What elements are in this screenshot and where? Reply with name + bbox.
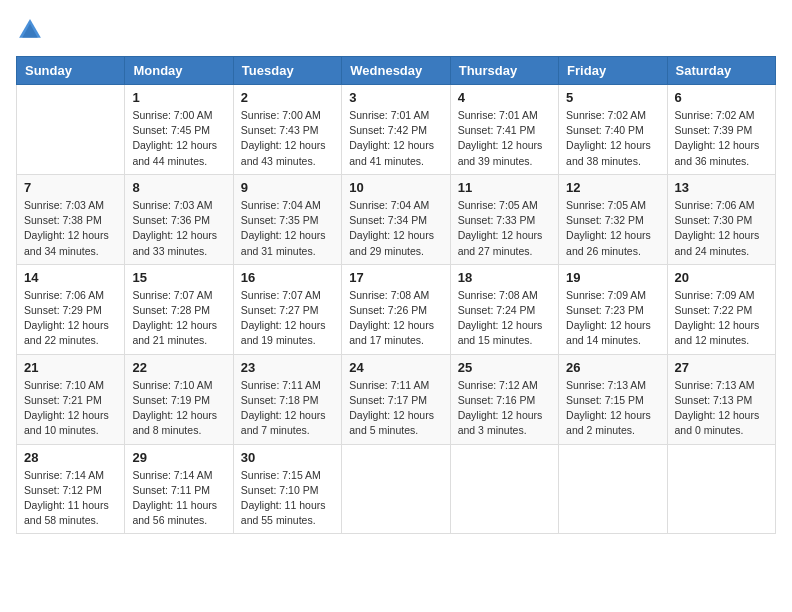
calendar-table: SundayMondayTuesdayWednesdayThursdayFrid… <box>16 56 776 534</box>
day-info: Sunrise: 7:14 AM Sunset: 7:12 PM Dayligh… <box>24 468 117 529</box>
calendar-cell: 2Sunrise: 7:00 AM Sunset: 7:43 PM Daylig… <box>233 85 341 175</box>
day-info: Sunrise: 7:13 AM Sunset: 7:15 PM Dayligh… <box>566 378 659 439</box>
calendar-cell: 24Sunrise: 7:11 AM Sunset: 7:17 PM Dayli… <box>342 354 450 444</box>
day-info: Sunrise: 7:05 AM Sunset: 7:33 PM Dayligh… <box>458 198 551 259</box>
logo-icon <box>16 16 44 44</box>
calendar-cell: 13Sunrise: 7:06 AM Sunset: 7:30 PM Dayli… <box>667 174 775 264</box>
day-info: Sunrise: 7:10 AM Sunset: 7:21 PM Dayligh… <box>24 378 117 439</box>
calendar-cell <box>667 444 775 534</box>
column-header-friday: Friday <box>559 57 667 85</box>
day-number: 21 <box>24 360 117 375</box>
day-number: 1 <box>132 90 225 105</box>
calendar-cell: 6Sunrise: 7:02 AM Sunset: 7:39 PM Daylig… <box>667 85 775 175</box>
calendar-cell: 29Sunrise: 7:14 AM Sunset: 7:11 PM Dayli… <box>125 444 233 534</box>
calendar-cell: 23Sunrise: 7:11 AM Sunset: 7:18 PM Dayli… <box>233 354 341 444</box>
day-info: Sunrise: 7:13 AM Sunset: 7:13 PM Dayligh… <box>675 378 768 439</box>
column-header-wednesday: Wednesday <box>342 57 450 85</box>
calendar-cell: 17Sunrise: 7:08 AM Sunset: 7:26 PM Dayli… <box>342 264 450 354</box>
calendar-cell: 5Sunrise: 7:02 AM Sunset: 7:40 PM Daylig… <box>559 85 667 175</box>
day-number: 8 <box>132 180 225 195</box>
day-number: 19 <box>566 270 659 285</box>
calendar-cell: 18Sunrise: 7:08 AM Sunset: 7:24 PM Dayli… <box>450 264 558 354</box>
calendar-cell: 14Sunrise: 7:06 AM Sunset: 7:29 PM Dayli… <box>17 264 125 354</box>
calendar-cell: 30Sunrise: 7:15 AM Sunset: 7:10 PM Dayli… <box>233 444 341 534</box>
calendar-cell: 15Sunrise: 7:07 AM Sunset: 7:28 PM Dayli… <box>125 264 233 354</box>
day-info: Sunrise: 7:05 AM Sunset: 7:32 PM Dayligh… <box>566 198 659 259</box>
day-number: 30 <box>241 450 334 465</box>
day-number: 27 <box>675 360 768 375</box>
column-header-tuesday: Tuesday <box>233 57 341 85</box>
calendar-cell: 26Sunrise: 7:13 AM Sunset: 7:15 PM Dayli… <box>559 354 667 444</box>
day-number: 7 <box>24 180 117 195</box>
calendar-cell: 9Sunrise: 7:04 AM Sunset: 7:35 PM Daylig… <box>233 174 341 264</box>
day-number: 9 <box>241 180 334 195</box>
day-number: 5 <box>566 90 659 105</box>
page-header <box>16 16 776 44</box>
day-info: Sunrise: 7:08 AM Sunset: 7:26 PM Dayligh… <box>349 288 442 349</box>
day-number: 17 <box>349 270 442 285</box>
day-info: Sunrise: 7:01 AM Sunset: 7:41 PM Dayligh… <box>458 108 551 169</box>
day-info: Sunrise: 7:15 AM Sunset: 7:10 PM Dayligh… <box>241 468 334 529</box>
calendar-cell <box>450 444 558 534</box>
column-header-monday: Monday <box>125 57 233 85</box>
day-number: 20 <box>675 270 768 285</box>
calendar-cell <box>559 444 667 534</box>
day-info: Sunrise: 7:07 AM Sunset: 7:27 PM Dayligh… <box>241 288 334 349</box>
day-info: Sunrise: 7:12 AM Sunset: 7:16 PM Dayligh… <box>458 378 551 439</box>
day-number: 26 <box>566 360 659 375</box>
calendar-cell: 19Sunrise: 7:09 AM Sunset: 7:23 PM Dayli… <box>559 264 667 354</box>
calendar-cell: 28Sunrise: 7:14 AM Sunset: 7:12 PM Dayli… <box>17 444 125 534</box>
day-info: Sunrise: 7:10 AM Sunset: 7:19 PM Dayligh… <box>132 378 225 439</box>
day-info: Sunrise: 7:04 AM Sunset: 7:34 PM Dayligh… <box>349 198 442 259</box>
calendar-cell: 11Sunrise: 7:05 AM Sunset: 7:33 PM Dayli… <box>450 174 558 264</box>
day-number: 15 <box>132 270 225 285</box>
day-number: 24 <box>349 360 442 375</box>
calendar-cell: 3Sunrise: 7:01 AM Sunset: 7:42 PM Daylig… <box>342 85 450 175</box>
day-info: Sunrise: 7:02 AM Sunset: 7:39 PM Dayligh… <box>675 108 768 169</box>
day-info: Sunrise: 7:03 AM Sunset: 7:36 PM Dayligh… <box>132 198 225 259</box>
day-number: 2 <box>241 90 334 105</box>
day-number: 16 <box>241 270 334 285</box>
calendar-cell: 22Sunrise: 7:10 AM Sunset: 7:19 PM Dayli… <box>125 354 233 444</box>
day-number: 28 <box>24 450 117 465</box>
day-number: 18 <box>458 270 551 285</box>
day-number: 10 <box>349 180 442 195</box>
day-number: 14 <box>24 270 117 285</box>
logo <box>16 16 50 44</box>
column-header-saturday: Saturday <box>667 57 775 85</box>
day-number: 23 <box>241 360 334 375</box>
calendar-cell: 27Sunrise: 7:13 AM Sunset: 7:13 PM Dayli… <box>667 354 775 444</box>
day-info: Sunrise: 7:02 AM Sunset: 7:40 PM Dayligh… <box>566 108 659 169</box>
day-number: 4 <box>458 90 551 105</box>
day-number: 25 <box>458 360 551 375</box>
day-info: Sunrise: 7:09 AM Sunset: 7:23 PM Dayligh… <box>566 288 659 349</box>
day-number: 11 <box>458 180 551 195</box>
day-info: Sunrise: 7:00 AM Sunset: 7:43 PM Dayligh… <box>241 108 334 169</box>
day-number: 22 <box>132 360 225 375</box>
calendar-cell: 1Sunrise: 7:00 AM Sunset: 7:45 PM Daylig… <box>125 85 233 175</box>
day-info: Sunrise: 7:06 AM Sunset: 7:29 PM Dayligh… <box>24 288 117 349</box>
day-number: 29 <box>132 450 225 465</box>
calendar-cell: 8Sunrise: 7:03 AM Sunset: 7:36 PM Daylig… <box>125 174 233 264</box>
calendar-cell: 21Sunrise: 7:10 AM Sunset: 7:21 PM Dayli… <box>17 354 125 444</box>
calendar-cell: 7Sunrise: 7:03 AM Sunset: 7:38 PM Daylig… <box>17 174 125 264</box>
day-number: 3 <box>349 90 442 105</box>
calendar-cell: 10Sunrise: 7:04 AM Sunset: 7:34 PM Dayli… <box>342 174 450 264</box>
calendar-cell: 25Sunrise: 7:12 AM Sunset: 7:16 PM Dayli… <box>450 354 558 444</box>
calendar-cell: 12Sunrise: 7:05 AM Sunset: 7:32 PM Dayli… <box>559 174 667 264</box>
day-number: 13 <box>675 180 768 195</box>
day-info: Sunrise: 7:11 AM Sunset: 7:18 PM Dayligh… <box>241 378 334 439</box>
calendar-cell: 4Sunrise: 7:01 AM Sunset: 7:41 PM Daylig… <box>450 85 558 175</box>
day-info: Sunrise: 7:00 AM Sunset: 7:45 PM Dayligh… <box>132 108 225 169</box>
column-header-sunday: Sunday <box>17 57 125 85</box>
day-info: Sunrise: 7:09 AM Sunset: 7:22 PM Dayligh… <box>675 288 768 349</box>
calendar-cell <box>342 444 450 534</box>
calendar-cell <box>17 85 125 175</box>
day-number: 6 <box>675 90 768 105</box>
day-info: Sunrise: 7:04 AM Sunset: 7:35 PM Dayligh… <box>241 198 334 259</box>
day-info: Sunrise: 7:03 AM Sunset: 7:38 PM Dayligh… <box>24 198 117 259</box>
day-info: Sunrise: 7:06 AM Sunset: 7:30 PM Dayligh… <box>675 198 768 259</box>
calendar-cell: 16Sunrise: 7:07 AM Sunset: 7:27 PM Dayli… <box>233 264 341 354</box>
column-header-thursday: Thursday <box>450 57 558 85</box>
day-info: Sunrise: 7:11 AM Sunset: 7:17 PM Dayligh… <box>349 378 442 439</box>
